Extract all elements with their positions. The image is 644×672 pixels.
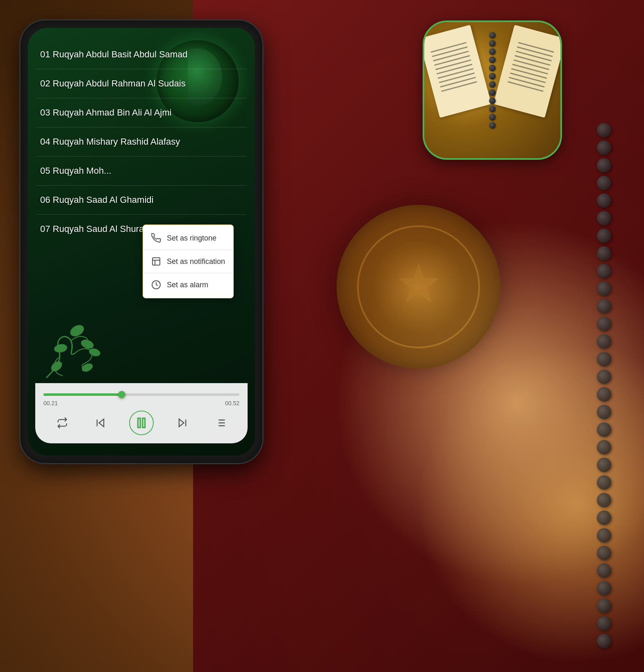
progress-fill [43,393,122,396]
svg-marker-17 [179,419,184,427]
phone-device: 01 Ruqyah Abdul Basit Abdul Samad 02 Ruq… [20,20,262,463]
track-title-7: 07 Ruqyah Saud Al Shuraim [40,224,153,234]
bead-9 [597,264,611,278]
bead-29 [597,616,611,631]
track-item-1[interactable]: 01 Ruqyah Abdul Basit Abdul Samad [36,40,247,69]
phone-body: 01 Ruqyah Abdul Basit Abdul Samad 02 Ruq… [20,20,262,463]
menu-divider-1 [143,250,233,250]
app-icon [423,20,562,160]
svg-line-12 [159,282,159,282]
track-item-2[interactable]: 02 Ruqyah Abdul Rahman Al Sudais [36,69,247,98]
bead-17 [597,405,611,419]
icon-bead [489,114,496,120]
phone-screen: 01 Ruqyah Abdul Basit Abdul Samad 02 Ruq… [28,28,255,456]
track-item-3[interactable]: 03 Ruqyah Ahmad Bin Ali Al Ajmi [36,98,247,127]
bead-1 [597,123,611,137]
text-line [507,81,544,92]
svg-rect-16 [143,418,145,428]
bead-27 [597,581,611,595]
phone-icon [151,233,161,243]
quran-text-lines-left [430,39,480,104]
icon-bead [489,81,496,88]
icon-bead [489,32,496,39]
progress-thumb[interactable] [118,391,125,398]
track-item-6[interactable]: 06 Ruqyah Saad Al Ghamidi [36,186,247,215]
player-area: 00.21 00.52 [35,383,248,443]
track-title-1: 01 Ruqyah Abdul Basit Abdul Samad [40,49,188,60]
bead-12 [597,317,611,331]
track-title-2: 02 Ruqyah Abdul Rahman Al Sudais [40,78,186,89]
menu-divider-2 [143,273,233,273]
track-title-6: 06 Ruqyah Saad Al Ghamidi [40,195,153,205]
controls-row [43,406,239,437]
bead-11 [597,299,611,313]
alarm-icon [151,280,161,290]
svg-rect-7 [152,258,160,265]
context-menu: Set as ringtone Set as notification [143,225,234,298]
pause-button[interactable] [129,411,154,435]
next-button[interactable] [173,414,191,432]
context-menu-item-notification[interactable]: Set as notification [143,251,233,272]
icon-bead [489,89,496,96]
bead-8 [597,246,611,261]
svg-line-11 [153,282,153,282]
svg-point-5 [88,347,101,358]
quran-text-lines-right [504,39,555,104]
track-item-4[interactable]: 04 Ruqyah Mishary Rashid Alafasy [36,127,247,157]
bead-6 [597,211,611,225]
svg-point-6 [81,362,94,373]
bead-19 [597,440,611,454]
bead-18 [597,422,611,437]
rosary-beads-icon [486,30,498,145]
icon-bead [489,73,496,79]
previous-button[interactable] [91,414,109,432]
repeat-button[interactable] [53,414,71,432]
notification-icon [151,257,161,266]
bead-20 [597,458,611,472]
svg-point-1 [68,323,86,339]
bead-25 [597,546,611,560]
bead-2 [597,141,611,155]
quran-page-right [493,25,560,118]
icon-bead [489,57,496,63]
context-menu-item-alarm[interactable]: Set as alarm [143,274,233,295]
track-item-5[interactable]: 05 Ruqyah Moh... [36,157,247,186]
icon-bead [489,65,496,71]
svg-marker-13 [99,419,104,427]
svg-point-4 [49,359,64,374]
vine-decoration [38,304,145,386]
total-time: 00.52 [225,400,239,406]
background-rosary-beads [597,123,611,648]
context-menu-item-ringtone[interactable]: Set as ringtone [143,227,233,249]
icon-bead [489,98,496,104]
quran-medallion-decoration [337,205,501,369]
medallion-star-icon [394,262,443,311]
bead-10 [597,282,611,296]
bead-22 [597,493,611,507]
bead-23 [597,511,611,525]
track-title-5: 05 Ruqyah Moh... [40,166,112,176]
bead-16 [597,387,611,402]
time-row: 00.21 00.52 [43,400,239,406]
icon-bead [489,48,496,55]
notification-label: Set as notification [167,257,225,266]
bead-4 [597,176,611,190]
svg-point-3 [54,343,68,353]
playlist-button[interactable] [212,414,230,432]
track-title-3: 03 Ruqyah Ahmad Bin Ali Al Ajmi [40,107,171,118]
svg-rect-15 [138,418,140,428]
quran-page-left [424,25,492,118]
icon-bead [489,122,496,129]
bead-7 [597,229,611,243]
progress-bar[interactable] [43,393,239,396]
text-line [441,81,477,92]
bead-28 [597,599,611,613]
track-title-4: 04 Ruqyah Mishary Rashid Alafasy [40,136,180,147]
icon-bead [489,106,496,112]
track-list: 01 Ruqyah Abdul Basit Abdul Samad 02 Ruq… [28,40,255,243]
bead-5 [597,193,611,208]
ringtone-label: Set as ringtone [167,234,216,243]
medallion-inner [357,225,480,348]
bead-30 [597,634,611,648]
bead-14 [597,352,611,366]
